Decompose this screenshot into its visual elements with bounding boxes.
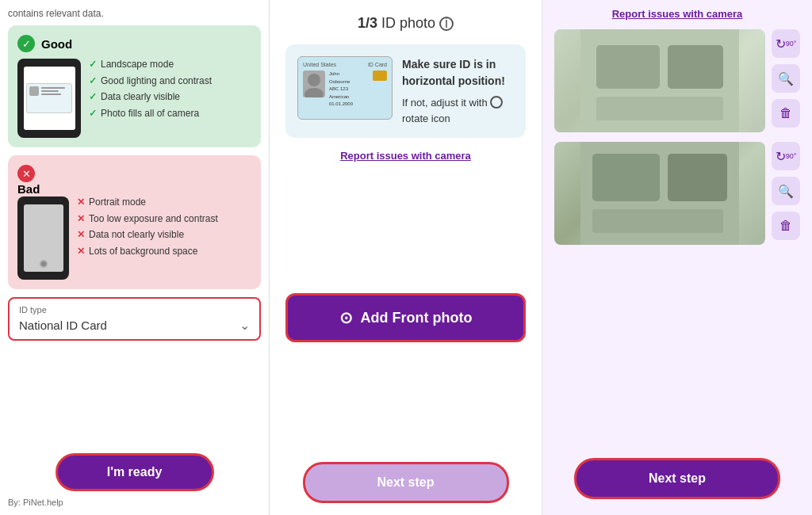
- good-item-4: Photo fills all of camera: [89, 108, 212, 120]
- delete-button-2[interactable]: 🗑: [772, 212, 800, 240]
- id-chip: [373, 71, 387, 81]
- id-type-label: ID type: [19, 305, 250, 315]
- bad-section: ✕ Bad Portrait mode Too low exposure and…: [8, 155, 261, 289]
- id-sample-body: John Osbourne ABC 123 American 01.01.200…: [303, 71, 387, 114]
- top-text: contains relevant data.: [8, 8, 261, 19]
- add-photo-label: Add Front photo: [361, 310, 473, 326]
- left-panel: contains relevant data. ✓ Good: [0, 0, 270, 515]
- bad-title: Bad: [17, 182, 40, 196]
- report-camera-link-right[interactable]: Report issues with camera: [554, 8, 800, 20]
- instruction-title: Make sure ID is in horizontal position!: [402, 56, 514, 90]
- good-section: ✓ Good: [8, 25, 261, 147]
- good-item-2: Good lighting and contrast: [89, 75, 212, 88]
- id-sample-info: John Osbourne ABC 123 American 01.01.200…: [329, 71, 353, 109]
- delete-button-1[interactable]: 🗑: [772, 99, 800, 128]
- right-panel: Report issues with camera ↻ 90° 🔍 🗑: [542, 0, 812, 515]
- step-number: 1/3 ID photo: [358, 15, 435, 31]
- by-text: By: PiNet.help: [8, 498, 261, 507]
- svg-point-1: [304, 88, 324, 97]
- good-item-3: Data clearly visible: [89, 91, 212, 104]
- next-step-active-label: Next step: [649, 471, 706, 485]
- rotate-label-1: 90°: [786, 40, 797, 48]
- next-step-label: Next step: [377, 475, 434, 489]
- phone-bad-image: [17, 196, 69, 280]
- phone-good-image: [17, 59, 81, 138]
- camera-dot: [40, 260, 48, 268]
- report-camera-link-middle[interactable]: Report issues with camera: [340, 150, 471, 162]
- svg-rect-8: [668, 154, 727, 201]
- id-card-top: [29, 86, 69, 96]
- good-title: Good: [41, 37, 72, 51]
- id-card-preview: [26, 83, 72, 113]
- bad-item-3: Data not clearly visible: [77, 229, 218, 242]
- good-content: Landscape mode Good lighting and contras…: [17, 59, 251, 138]
- rotate-icon-2: ↻: [776, 149, 786, 164]
- id-sample-header: United States ID Card: [303, 62, 387, 67]
- instruction-text: Make sure ID is in horizontal position! …: [402, 56, 514, 126]
- zoom-button-2[interactable]: 🔍: [772, 177, 800, 205]
- id-photo-image-1: [554, 29, 765, 132]
- good-item-1: Landscape mode: [89, 59, 212, 71]
- zoom-button-1[interactable]: 🔍: [772, 64, 800, 93]
- next-step-button-inactive[interactable]: Next step: [303, 462, 509, 503]
- id-sample-preview: United States ID Card John Osbourne ABC …: [297, 56, 393, 120]
- trash-icon-2: 🗑: [779, 219, 792, 233]
- next-step-button-active[interactable]: Next step: [574, 458, 780, 499]
- zoom-icon-2: 🔍: [778, 184, 794, 199]
- bad-item-2: Too low exposure and contrast: [77, 213, 218, 226]
- chevron-down-icon: ⌄: [239, 318, 250, 333]
- instruction-body: If not, adjust it with rotate icon: [402, 97, 503, 124]
- middle-panel: 1/3 ID photoi United States ID Card John…: [270, 0, 542, 515]
- bad-item-1: Portrait mode: [77, 196, 218, 209]
- svg-rect-4: [668, 45, 723, 89]
- bad-content: Portrait mode Too low exposure and contr…: [17, 196, 251, 280]
- x-icon: ✕: [17, 165, 35, 182]
- phone-bad-screen: [24, 204, 63, 272]
- svg-rect-7: [592, 154, 660, 201]
- check-icon: ✓: [17, 35, 35, 52]
- rotate-icon-inline: [490, 96, 503, 109]
- id-sample-avatar: [303, 71, 325, 97]
- rotate-button-1[interactable]: ↻ 90°: [772, 29, 800, 58]
- bad-list: Portrait mode Too low exposure and contr…: [77, 196, 218, 261]
- svg-rect-3: [596, 45, 660, 89]
- id-type-value: National ID Card: [19, 319, 107, 332]
- svg-rect-9: [592, 209, 723, 233]
- svg-point-0: [308, 74, 320, 86]
- id-line-2: [41, 90, 59, 92]
- id-type-badge: ID Card: [368, 62, 387, 67]
- trash-icon-1: 🗑: [779, 106, 792, 120]
- id-type-section[interactable]: ID type National ID Card ⌄: [8, 297, 261, 341]
- camera-icon: ⊙: [339, 308, 353, 327]
- photo-actions-1: ↻ 90° 🔍 🗑: [772, 29, 800, 128]
- phone-screen: [24, 67, 75, 130]
- bad-header: ✕ Bad: [17, 165, 251, 196]
- id-line-3: [41, 93, 61, 95]
- add-front-photo-button[interactable]: ⊙ Add Front photo: [285, 293, 526, 342]
- id-lines: [41, 87, 65, 95]
- id-country: United States: [303, 62, 336, 67]
- id-photo-container-2: ↻ 90° 🔍 🗑: [554, 142, 800, 245]
- photo-actions-2: ↻ 90° 🔍 🗑: [772, 142, 800, 240]
- good-list: Landscape mode Good lighting and contras…: [89, 59, 212, 124]
- id-line-1: [41, 87, 65, 89]
- im-ready-button[interactable]: I'm ready: [56, 453, 214, 491]
- bad-item-4: Lots of background space: [77, 246, 218, 258]
- rotate-button-2[interactable]: ↻ 90°: [772, 142, 800, 170]
- zoom-icon-1: 🔍: [778, 71, 794, 86]
- svg-rect-5: [596, 97, 723, 120]
- rotate-icon-1: ↻: [776, 36, 786, 52]
- info-icon[interactable]: i: [439, 17, 454, 31]
- id-type-select[interactable]: National ID Card ⌄: [19, 318, 250, 333]
- id-avatar: [29, 86, 39, 96]
- good-header: ✓ Good: [17, 35, 251, 52]
- rotate-label-2: 90°: [786, 152, 797, 160]
- id-photo-container-1: ↻ 90° 🔍 🗑: [554, 29, 800, 132]
- id-photo-image-2: [554, 142, 765, 245]
- step-indicator: 1/3 ID photoi: [358, 12, 454, 32]
- id-instruction-card: United States ID Card John Osbourne ABC …: [285, 44, 526, 138]
